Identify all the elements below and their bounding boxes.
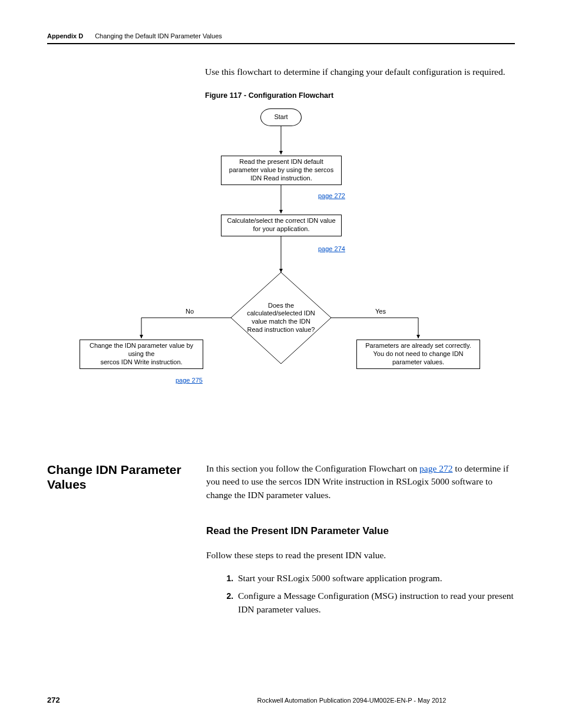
flow-start: Start bbox=[260, 108, 302, 126]
flow-link-left[interactable]: page 275 bbox=[176, 377, 203, 384]
figure-caption: Figure 117 - Configuration Flowchart bbox=[205, 91, 515, 100]
section-body-pre: In this section you follow the Configura… bbox=[206, 463, 419, 473]
subsection-lede: Follow these steps to read the present I… bbox=[206, 549, 515, 562]
section-body-link[interactable]: page 272 bbox=[419, 463, 452, 473]
subsection-heading: Read the Present IDN Parameter Value bbox=[206, 525, 515, 537]
flow-left-box-text: Change the IDN parameter value by using … bbox=[85, 342, 198, 366]
header-rule bbox=[47, 43, 515, 44]
list-item: Configure a Message Configuration (MSG) … bbox=[236, 589, 515, 616]
flow-right-box: Parameters are already set correctly. Yo… bbox=[356, 340, 480, 369]
steps-list: Start your RSLogix 5000 software applica… bbox=[206, 572, 515, 616]
flow-link-calc[interactable]: page 274 bbox=[318, 245, 345, 252]
flow-yes-label: Yes bbox=[375, 308, 386, 315]
list-item: Start your RSLogix 5000 software applica… bbox=[236, 572, 515, 585]
section-heading: Change IDN Parameter Values bbox=[47, 462, 194, 492]
running-header: Appendix D Changing the Default IDN Para… bbox=[47, 32, 515, 39]
appendix-label: Appendix D bbox=[47, 32, 83, 39]
appendix-title: Changing the Default IDN Parameter Value… bbox=[95, 32, 222, 39]
intro-paragraph: Use this flowchart to determine if chang… bbox=[205, 65, 515, 78]
flow-step-read-text: Read the present IDN default parameter v… bbox=[226, 158, 336, 182]
flow-decision-text: Does the calculated/selected IDN value m… bbox=[246, 302, 316, 334]
flow-step-read: Read the present IDN default parameter v… bbox=[221, 156, 342, 185]
flow-right-box-text: Parameters are already set correctly. Yo… bbox=[362, 342, 475, 366]
flow-start-label: Start bbox=[274, 113, 287, 121]
publication-id: Rockwell Automation Publication 2094-UM0… bbox=[189, 697, 515, 704]
flow-left-box: Change the IDN parameter value by using … bbox=[80, 340, 203, 369]
flow-decision: Does the calculated/selected IDN value m… bbox=[231, 272, 331, 364]
page-footer: 272 Rockwell Automation Publication 2094… bbox=[47, 696, 515, 704]
flow-step-calc: Calculate/select the correct IDN value f… bbox=[221, 215, 342, 236]
page-number: 272 bbox=[47, 696, 189, 704]
flow-step-calc-text: Calculate/select the correct IDN value f… bbox=[226, 217, 336, 233]
flow-no-label: No bbox=[186, 308, 194, 315]
flow-link-read[interactable]: page 272 bbox=[318, 192, 345, 199]
flowchart: Start Read the present IDN default param… bbox=[47, 106, 515, 409]
section-body: In this section you follow the Configura… bbox=[206, 462, 515, 502]
